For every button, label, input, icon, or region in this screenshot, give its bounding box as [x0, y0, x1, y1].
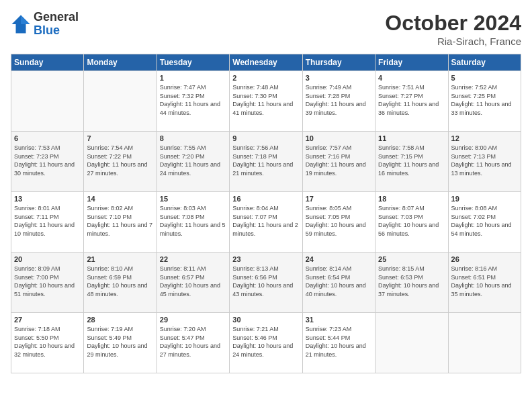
calendar-cell: 25Sunrise: 8:15 AMSunset: 6:53 PMDayligh…: [375, 253, 448, 313]
day-number: 24: [306, 255, 372, 263]
day-info: Sunrise: 7:21 AMSunset: 5:46 PMDaylight:…: [232, 325, 299, 359]
calendar-cell: 31Sunrise: 7:23 AMSunset: 5:44 PMDayligh…: [302, 313, 375, 373]
col-monday: Monday: [84, 54, 157, 71]
calendar-cell: 20Sunrise: 8:09 AMSunset: 7:00 PMDayligh…: [11, 253, 84, 313]
calendar-cell: 27Sunrise: 7:18 AMSunset: 5:50 PMDayligh…: [11, 313, 84, 373]
calendar-header: Sunday Monday Tuesday Wednesday Thursday…: [11, 54, 521, 71]
day-info: Sunrise: 8:15 AMSunset: 6:53 PMDaylight:…: [378, 265, 445, 298]
day-info: Sunrise: 8:16 AMSunset: 6:51 PMDaylight:…: [451, 265, 518, 298]
calendar-cell: 15Sunrise: 8:03 AMSunset: 7:08 PMDayligh…: [157, 192, 229, 253]
day-number: 7: [87, 134, 153, 142]
day-number: 14: [87, 195, 153, 203]
day-info: Sunrise: 7:53 AMSunset: 7:23 PMDaylight:…: [14, 144, 81, 177]
day-number: 26: [451, 255, 518, 263]
day-number: 5: [451, 74, 518, 82]
day-info: Sunrise: 7:18 AMSunset: 5:50 PMDaylight:…: [14, 325, 81, 359]
day-number: 11: [378, 134, 445, 142]
calendar-cell: 5Sunrise: 7:52 AMSunset: 7:25 PMDaylight…: [448, 71, 521, 132]
calendar-cell: 24Sunrise: 8:14 AMSunset: 6:54 PMDayligh…: [302, 253, 375, 313]
col-tuesday: Tuesday: [157, 54, 229, 71]
day-number: 9: [232, 134, 299, 142]
day-info: Sunrise: 7:19 AMSunset: 5:49 PMDaylight:…: [87, 325, 153, 359]
logo-general: General: [34, 11, 79, 24]
col-saturday: Saturday: [448, 54, 521, 71]
day-number: 21: [87, 255, 153, 263]
month-title: October 2024: [385, 11, 521, 36]
col-friday: Friday: [375, 54, 448, 71]
day-info: Sunrise: 7:52 AMSunset: 7:25 PMDaylight:…: [451, 83, 518, 117]
logo-icon: [11, 14, 31, 34]
day-info: Sunrise: 7:23 AMSunset: 5:44 PMDaylight:…: [306, 325, 372, 359]
day-number: 2: [232, 74, 299, 82]
calendar-cell: 16Sunrise: 8:04 AMSunset: 7:07 PMDayligh…: [230, 192, 302, 253]
day-number: 4: [378, 74, 445, 82]
day-number: 28: [87, 316, 153, 324]
calendar-cell: [448, 313, 521, 373]
day-info: Sunrise: 8:09 AMSunset: 7:00 PMDaylight:…: [14, 265, 81, 298]
day-info: Sunrise: 7:20 AMSunset: 5:47 PMDaylight:…: [160, 325, 226, 359]
week-row-1: 1Sunrise: 7:47 AMSunset: 7:32 PMDaylight…: [11, 71, 521, 132]
col-wednesday: Wednesday: [230, 54, 302, 71]
day-info: Sunrise: 7:54 AMSunset: 7:22 PMDaylight:…: [87, 144, 153, 177]
calendar-cell: 17Sunrise: 8:05 AMSunset: 7:05 PMDayligh…: [302, 192, 375, 253]
calendar-cell: 13Sunrise: 8:01 AMSunset: 7:11 PMDayligh…: [11, 192, 84, 253]
week-row-5: 27Sunrise: 7:18 AMSunset: 5:50 PMDayligh…: [11, 313, 521, 373]
day-info: Sunrise: 7:58 AMSunset: 7:15 PMDaylight:…: [378, 144, 445, 177]
day-number: 18: [378, 195, 445, 203]
logo-text: General Blue: [34, 11, 79, 38]
calendar-cell: 22Sunrise: 8:11 AMSunset: 6:57 PMDayligh…: [157, 253, 229, 313]
day-number: 13: [14, 195, 81, 203]
calendar-cell: 9Sunrise: 7:56 AMSunset: 7:18 PMDaylight…: [230, 132, 302, 192]
day-info: Sunrise: 8:08 AMSunset: 7:02 PMDaylight:…: [451, 204, 518, 238]
day-number: 27: [14, 316, 81, 324]
day-info: Sunrise: 8:02 AMSunset: 7:10 PMDaylight:…: [87, 204, 153, 238]
col-thursday: Thursday: [302, 54, 375, 71]
day-number: 23: [232, 255, 299, 263]
calendar-cell: [84, 71, 157, 132]
day-info: Sunrise: 7:48 AMSunset: 7:30 PMDaylight:…: [232, 83, 299, 117]
day-info: Sunrise: 8:05 AMSunset: 7:05 PMDaylight:…: [306, 204, 372, 238]
location: Ria-Sirach, France: [385, 36, 521, 47]
calendar-cell: 23Sunrise: 8:13 AMSunset: 6:56 PMDayligh…: [230, 253, 302, 313]
week-row-4: 20Sunrise: 8:09 AMSunset: 7:00 PMDayligh…: [11, 253, 521, 313]
day-info: Sunrise: 8:11 AMSunset: 6:57 PMDaylight:…: [160, 265, 226, 298]
page-header: General Blue October 2024 Ria-Sirach, Fr…: [11, 11, 521, 47]
calendar-cell: 3Sunrise: 7:49 AMSunset: 7:28 PMDaylight…: [302, 71, 375, 132]
day-number: 31: [306, 316, 372, 324]
day-number: 12: [451, 134, 518, 142]
day-number: 1: [160, 74, 226, 82]
col-sunday: Sunday: [11, 54, 84, 71]
day-number: 8: [160, 134, 226, 142]
day-number: 22: [160, 255, 226, 263]
day-info: Sunrise: 7:47 AMSunset: 7:32 PMDaylight:…: [160, 83, 226, 117]
week-row-3: 13Sunrise: 8:01 AMSunset: 7:11 PMDayligh…: [11, 192, 521, 253]
day-number: 25: [378, 255, 445, 263]
day-info: Sunrise: 7:49 AMSunset: 7:28 PMDaylight:…: [306, 83, 372, 117]
day-info: Sunrise: 8:13 AMSunset: 6:56 PMDaylight:…: [232, 265, 299, 298]
day-info: Sunrise: 8:00 AMSunset: 7:13 PMDaylight:…: [451, 144, 518, 177]
day-info: Sunrise: 8:03 AMSunset: 7:08 PMDaylight:…: [160, 204, 226, 238]
day-info: Sunrise: 7:56 AMSunset: 7:18 PMDaylight:…: [232, 144, 299, 177]
calendar-cell: 8Sunrise: 7:55 AMSunset: 7:20 PMDaylight…: [157, 132, 229, 192]
calendar-body: 1Sunrise: 7:47 AMSunset: 7:32 PMDaylight…: [11, 71, 521, 373]
day-info: Sunrise: 8:01 AMSunset: 7:11 PMDaylight:…: [14, 204, 81, 238]
day-number: 29: [160, 316, 226, 324]
calendar-cell: 28Sunrise: 7:19 AMSunset: 5:49 PMDayligh…: [84, 313, 157, 373]
week-row-2: 6Sunrise: 7:53 AMSunset: 7:23 PMDaylight…: [11, 132, 521, 192]
calendar-table: Sunday Monday Tuesday Wednesday Thursday…: [11, 54, 521, 373]
calendar-cell: [11, 71, 84, 132]
day-number: 10: [306, 134, 372, 142]
calendar-cell: 10Sunrise: 7:57 AMSunset: 7:16 PMDayligh…: [302, 132, 375, 192]
day-number: 30: [232, 316, 299, 324]
calendar-cell: 4Sunrise: 7:51 AMSunset: 7:27 PMDaylight…: [375, 71, 448, 132]
logo-blue: Blue: [34, 24, 79, 38]
day-number: 15: [160, 195, 226, 203]
day-info: Sunrise: 8:10 AMSunset: 6:59 PMDaylight:…: [87, 265, 153, 298]
day-info: Sunrise: 8:14 AMSunset: 6:54 PMDaylight:…: [306, 265, 372, 298]
calendar-cell: [375, 313, 448, 373]
day-number: 20: [14, 255, 81, 263]
calendar-cell: 11Sunrise: 7:58 AMSunset: 7:15 PMDayligh…: [375, 132, 448, 192]
day-number: 6: [14, 134, 81, 142]
day-info: Sunrise: 7:57 AMSunset: 7:16 PMDaylight:…: [306, 144, 372, 177]
calendar-cell: 2Sunrise: 7:48 AMSunset: 7:30 PMDaylight…: [230, 71, 302, 132]
